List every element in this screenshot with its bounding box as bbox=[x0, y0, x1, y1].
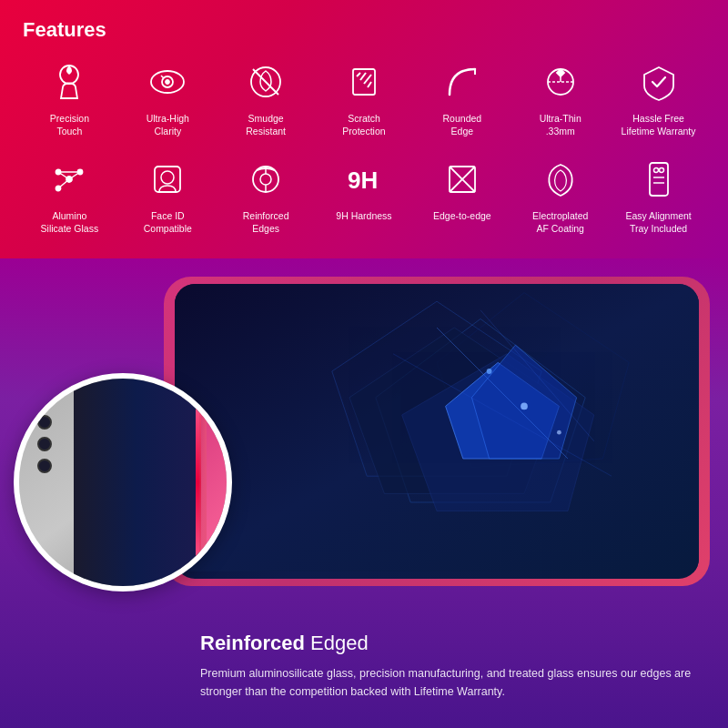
edge-to-edge-icon bbox=[439, 156, 486, 203]
face-id-label: Face IDCompatible bbox=[144, 210, 192, 235]
feature-9h-hardness: 9H 9H Hardness bbox=[318, 156, 411, 235]
features-section: Features PrecisionTouch bbox=[0, 0, 728, 258]
feature-reinforced-edges: ReinforcedEdges bbox=[219, 156, 313, 235]
feature-edge-to-edge: Edge-to-edge bbox=[415, 156, 509, 235]
ultra-high-clarity-icon bbox=[144, 58, 191, 106]
9h-hardness-label: 9H Hardness bbox=[336, 210, 391, 223]
svg-point-34 bbox=[659, 168, 663, 173]
feature-face-id: Face IDCompatible bbox=[121, 156, 215, 235]
product-description: Premium aluminosilicate glass, precision… bbox=[200, 664, 701, 701]
product-section: Reinforced Edged Premium aluminosilicate… bbox=[0, 258, 728, 728]
svg-point-49 bbox=[487, 369, 492, 374]
scratch-protection-icon bbox=[340, 58, 388, 106]
feature-ultra-high-clarity: Ultra-HighClarity bbox=[121, 58, 215, 137]
precision-touch-label: PrecisionTouch bbox=[50, 113, 89, 137]
feature-electroplated: ElectroplatedAF Coating bbox=[513, 156, 607, 235]
edge-to-edge-label: Edge-to-edge bbox=[433, 210, 491, 223]
svg-point-23 bbox=[161, 171, 174, 184]
circle-detail bbox=[14, 373, 232, 592]
svg-point-50 bbox=[557, 430, 561, 434]
9h-hardness-icon: 9H bbox=[340, 156, 388, 203]
feature-rounded-edge: RoundedEdge bbox=[415, 58, 509, 137]
hassle-free-icon bbox=[635, 58, 682, 106]
svg-point-25 bbox=[260, 174, 271, 185]
face-id-icon bbox=[144, 156, 191, 203]
feature-scratch-protection: ScratchProtection bbox=[318, 58, 411, 137]
svg-line-8 bbox=[360, 73, 366, 80]
product-title: Reinforced Edged bbox=[200, 632, 701, 655]
main-container: Features PrecisionTouch bbox=[0, 0, 728, 728]
features-grid: PrecisionTouch Ultra-HighClarity bbox=[23, 58, 705, 236]
rounded-edge-label: RoundedEdge bbox=[443, 113, 482, 137]
rounded-edge-icon bbox=[439, 58, 486, 106]
scratch-protection-label: ScratchProtection bbox=[342, 113, 385, 137]
electroplated-icon bbox=[537, 156, 584, 203]
camera-dot-3 bbox=[37, 459, 52, 473]
svg-point-3 bbox=[166, 80, 169, 84]
feature-smudge-resistant: SmudgeResistant bbox=[219, 58, 313, 137]
svg-rect-32 bbox=[650, 163, 668, 196]
product-title-bold: Reinforced bbox=[200, 632, 305, 654]
camera-dot-2 bbox=[37, 437, 52, 451]
svg-line-20 bbox=[58, 179, 69, 188]
alumino-silicate-icon bbox=[46, 156, 93, 203]
feature-easy-alignment: Easy AlignmentTray Included bbox=[612, 156, 705, 235]
feature-ultra-thin: Ultra-Thin.33mm bbox=[513, 58, 607, 137]
text-content: Reinforced Edged Premium aluminosilicate… bbox=[200, 632, 701, 701]
precision-touch-icon bbox=[46, 58, 93, 106]
hassle-free-label: Hassle FreeLifetime Warranty bbox=[622, 113, 696, 137]
circle-inner bbox=[19, 379, 227, 586]
product-title-normal: Edged bbox=[305, 632, 369, 654]
features-title: Features bbox=[23, 18, 705, 42]
easy-alignment-label: Easy AlignmentTray Included bbox=[625, 210, 691, 235]
reinforced-edges-label: ReinforcedEdges bbox=[243, 210, 289, 235]
electroplated-label: ElectroplatedAF Coating bbox=[532, 210, 588, 235]
phone-screen bbox=[175, 284, 699, 579]
camera-dot-1 bbox=[37, 415, 52, 430]
easy-alignment-icon bbox=[635, 156, 682, 203]
svg-rect-6 bbox=[353, 69, 375, 95]
svg-line-7 bbox=[357, 73, 360, 76]
ultra-high-clarity-label: Ultra-HighClarity bbox=[147, 113, 189, 137]
svg-text:9H: 9H bbox=[348, 167, 378, 194]
svg-line-10 bbox=[368, 82, 371, 87]
smudge-resistant-label: SmudgeResistant bbox=[246, 113, 286, 137]
reinforced-edges-icon bbox=[242, 156, 289, 203]
alumino-silicate-label: AluminoSilicate Glass bbox=[41, 210, 99, 235]
feature-hassle-free: Hassle FreeLifetime Warranty bbox=[612, 58, 705, 137]
svg-line-18 bbox=[58, 172, 69, 179]
feature-alumino-silicate: AluminoSilicate Glass bbox=[23, 156, 116, 235]
svg-rect-22 bbox=[155, 167, 180, 192]
svg-line-19 bbox=[69, 172, 80, 179]
svg-point-33 bbox=[653, 168, 658, 173]
camera-dots bbox=[37, 415, 52, 473]
phone-mockup bbox=[164, 277, 710, 586]
smudge-resistant-icon bbox=[242, 58, 289, 106]
feature-precision-touch: PrecisionTouch bbox=[23, 58, 116, 137]
ultra-thin-label: Ultra-Thin.33mm bbox=[540, 113, 581, 137]
ultra-thin-icon bbox=[537, 58, 584, 106]
svg-point-48 bbox=[521, 402, 528, 410]
